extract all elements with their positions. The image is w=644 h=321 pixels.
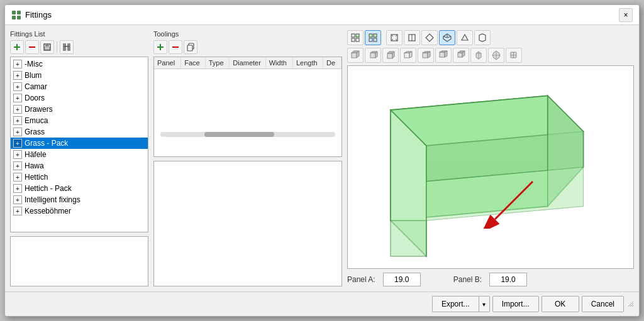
svg-line-34	[447, 36, 451, 38]
tree-item-grass[interactable]: + Grass	[11, 126, 148, 138]
3d-viewport[interactable]	[347, 65, 634, 269]
svg-rect-6	[29, 46, 35, 48]
bottom-bar: Export... ▾ Import... OK Cancel	[5, 291, 639, 316]
panel-a-input[interactable]	[383, 273, 421, 286]
tree-item-misc[interactable]: + -Misc	[11, 58, 148, 70]
cube-view-4[interactable]	[400, 48, 416, 63]
tree-item-blum[interactable]: + Blum	[11, 70, 148, 81]
view-mode-btn-1[interactable]	[347, 30, 364, 45]
tree-item-emuca[interactable]: + Emuca	[11, 115, 148, 126]
fittings-tree[interactable]: + -Misc + Blum + Camar + Doors + Drawe	[10, 57, 148, 232]
view-orient-5[interactable]	[474, 30, 491, 45]
content-area: Fittings List	[5, 25, 639, 291]
cube-view-9[interactable]	[488, 48, 504, 63]
svg-rect-14	[157, 46, 164, 48]
cube-view-3[interactable]	[382, 48, 399, 63]
tree-expand-misc[interactable]: +	[13, 60, 22, 68]
cube-view-5[interactable]	[418, 48, 434, 63]
tree-item-drawers[interactable]: + Drawers	[11, 104, 148, 115]
svg-rect-45	[404, 53, 409, 58]
view-toolbar-bot	[347, 48, 634, 63]
tree-item-hafele[interactable]: + Häfele	[11, 149, 148, 160]
tree-item-grass-pack[interactable]: + Grass - Pack	[11, 138, 148, 149]
svg-rect-22	[369, 34, 372, 37]
svg-rect-54	[458, 53, 462, 57]
tree-item-hettich-pack[interactable]: + Hettich - Pack	[11, 183, 148, 194]
tree-item-kessebohmer[interactable]: + Kesseböhmer	[11, 205, 148, 217]
tree-label-emuca: Emuca	[25, 116, 48, 125]
tree-expand-hawa[interactable]: +	[13, 161, 22, 170]
title-bar-left: Fittings	[11, 10, 52, 20]
cube-view-2[interactable]	[365, 48, 381, 63]
scrollbar-thumb[interactable]	[204, 132, 274, 137]
view-orient-iso[interactable]	[439, 30, 455, 45]
panel-a-label: Panel A:	[347, 275, 375, 284]
cube-view-7[interactable]	[453, 48, 469, 63]
tree-expand-camar[interactable]: +	[13, 82, 22, 91]
export-dropdown-arrow[interactable]: ▾	[479, 296, 490, 312]
view-orient-side[interactable]	[421, 30, 438, 45]
view-orient-back[interactable]	[457, 30, 473, 45]
tree-expand-grass-pack[interactable]: +	[13, 139, 22, 148]
tree-expand-hafele[interactable]: +	[13, 150, 22, 159]
svg-rect-23	[374, 34, 377, 37]
tree-expand-grass[interactable]: +	[13, 128, 22, 136]
tree-label-hettich-pack: Hettich - Pack	[25, 184, 72, 193]
cancel-button[interactable]: Cancel	[582, 296, 624, 312]
svg-rect-24	[369, 38, 372, 41]
close-button[interactable]: ×	[619, 8, 633, 22]
svg-rect-2	[12, 16, 16, 19]
tree-expand-hettich-pack[interactable]: +	[13, 184, 22, 193]
tree-label-grass: Grass	[25, 128, 45, 136]
fittings-panel: Fittings List	[10, 30, 148, 286]
import-button[interactable]: Import...	[492, 296, 539, 312]
svg-rect-48	[423, 53, 428, 58]
cube-view-8[interactable]	[470, 48, 487, 63]
svg-line-35	[443, 36, 447, 38]
svg-rect-10	[63, 43, 66, 51]
fittings-save-button[interactable]	[40, 40, 54, 54]
title-bar: Fittings ×	[5, 5, 639, 25]
panel-b-input[interactable]	[489, 273, 527, 286]
export-button[interactable]: Export...	[432, 296, 479, 312]
col-diameter: Diameter	[230, 57, 265, 68]
tree-expand-intelligent[interactable]: +	[13, 195, 22, 204]
svg-rect-15	[172, 46, 179, 48]
cube-view-1[interactable]	[347, 48, 364, 63]
toolings-delete-button[interactable]	[169, 40, 182, 54]
tree-item-camar[interactable]: + Camar	[11, 81, 148, 92]
view-orient-front[interactable]	[404, 30, 420, 45]
col-panel: Panel	[154, 57, 181, 68]
svg-marker-41	[370, 52, 377, 53]
cube-view-10[interactable]	[506, 48, 522, 63]
fittings-import-button[interactable]	[60, 40, 74, 54]
fittings-delete-button[interactable]	[25, 40, 39, 54]
view-mode-btn-2[interactable]	[365, 30, 381, 45]
fittings-dialog: Fittings × Fittings List	[4, 4, 640, 317]
view-panel: Panel A: Panel B:	[347, 30, 634, 286]
panel-ab-row: Panel A: Panel B:	[347, 273, 634, 286]
tree-item-hawa[interactable]: + Hawa	[11, 160, 148, 171]
fittings-add-button[interactable]	[10, 40, 24, 54]
tree-expand-doors[interactable]: +	[13, 94, 22, 102]
tree-expand-kessebohmer[interactable]: +	[13, 207, 22, 215]
tree-label-doors: Doors	[25, 94, 45, 102]
col-width: Width	[266, 57, 293, 68]
resize-handle[interactable]	[628, 301, 634, 307]
toolings-copy-button[interactable]	[184, 40, 197, 54]
toolings-add-button[interactable]	[153, 40, 167, 54]
table-horizontal-scrollbar[interactable]	[160, 132, 335, 137]
view-orient-top[interactable]	[386, 30, 402, 45]
tree-item-hettich[interactable]: + Hettich	[11, 171, 148, 183]
tree-item-intelligent[interactable]: + Intelligent fixings	[11, 194, 148, 205]
toolings-toolbar	[153, 40, 342, 54]
tree-expand-drawers[interactable]: +	[13, 105, 22, 114]
tree-item-doors[interactable]: + Doors	[11, 92, 148, 104]
tree-expand-blum[interactable]: +	[13, 71, 22, 80]
tree-label-blum: Blum	[25, 71, 42, 80]
tree-expand-emuca[interactable]: +	[13, 116, 22, 125]
cube-view-6[interactable]	[435, 48, 452, 63]
ok-button[interactable]: OK	[541, 296, 579, 312]
tree-expand-hettich[interactable]: +	[13, 173, 22, 182]
table-header-row: Panel Face Type Diameter Width Length De	[154, 57, 341, 69]
